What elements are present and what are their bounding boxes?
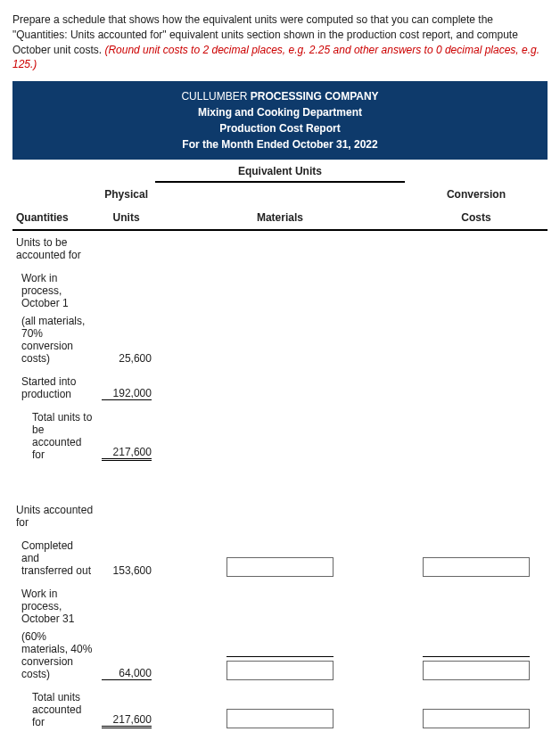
row-wip-oct1-a: Work in process, October 1 <box>12 267 97 315</box>
val-started: 192,000 <box>102 387 152 400</box>
val-total-acct: 217,600 <box>102 713 152 728</box>
report-line: Production Cost Report <box>12 120 548 136</box>
row-units-to-be: Units to be accounted for <box>12 230 97 267</box>
row-started: Started into production <box>12 370 97 406</box>
row-units-acct: Units accounted for <box>12 498 97 534</box>
quantities-header: Quantities <box>12 206 97 230</box>
row-completed: Completed and transferred out <box>12 534 97 582</box>
row-wip-oct31-b: (60% materials, 40% conversion costs) <box>12 630 97 686</box>
materials-header: Materials <box>155 206 405 230</box>
row-wip-oct31-a: Work in process, October 31 <box>12 582 97 630</box>
row-total-to-be: Total units to be accounted for <box>12 406 97 466</box>
period-line: For the Month Ended October 31, 2022 <box>12 136 548 152</box>
input-completed-materials[interactable] <box>226 557 334 577</box>
equiv-units-header: Equivalent Units <box>155 160 405 183</box>
instructions-block: Prepare a schedule that shows how the eq… <box>12 12 548 72</box>
conv-header-2: Costs <box>405 206 548 230</box>
input-total-acct-conversion[interactable] <box>423 709 530 728</box>
val-wip-oct1: 25,600 <box>97 315 155 370</box>
company-line: CULLUMBER PROCESSING COMPANY <box>12 88 548 104</box>
row-wip-oct1-b: (all materials, 70% conversion costs) <box>12 315 97 370</box>
val-completed: 153,600 <box>97 534 155 582</box>
report-header: CULLUMBER PROCESSING COMPANY Mixing and … <box>12 81 548 160</box>
dept-line: Mixing and Cooking Department <box>12 104 548 120</box>
input-wip-oct31-materials[interactable] <box>226 661 334 680</box>
row-total-acct: Total units accounted for <box>12 686 97 734</box>
conv-header-1: Conversion <box>405 183 548 206</box>
quantities-table: Equivalent Units Physical Conversion Qua… <box>12 160 548 740</box>
phys-header-1: Physical <box>97 183 155 206</box>
val-total-to-be: 217,600 <box>102 446 152 461</box>
val-wip-oct31: 64,000 <box>102 667 152 680</box>
input-wip-oct31-conversion[interactable] <box>423 661 530 680</box>
input-completed-conversion[interactable] <box>423 557 530 577</box>
input-total-acct-materials[interactable] <box>226 709 334 728</box>
phys-header-2: Units <box>97 206 155 230</box>
